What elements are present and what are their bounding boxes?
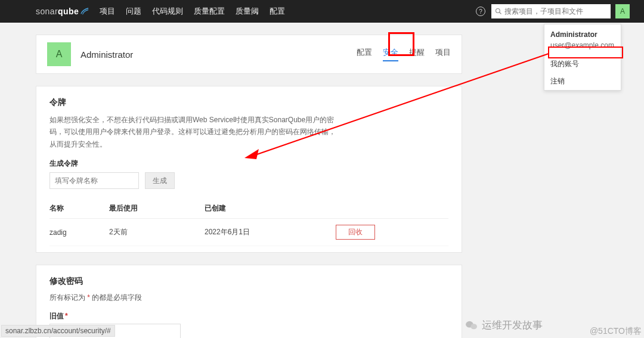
tokens-desc: 如果想强化安全，不想在执行代码扫描或调用Web Service时使用真实Sona… <box>49 114 336 150</box>
tab-projects[interactable]: 项目 <box>435 47 451 61</box>
search-input[interactable] <box>504 7 607 15</box>
user-avatar[interactable]: A <box>615 4 630 18</box>
search-box[interactable] <box>491 4 611 18</box>
user-menu: Administrator user@example.com 我的账号 注销 <box>544 24 621 91</box>
token-name: zadig <box>49 219 109 246</box>
required-note: 所有标记为 * 的都是必填字段 <box>49 293 448 303</box>
account-tabs: 配置 安全 提醒 项目 <box>357 47 451 61</box>
tab-profile[interactable]: 配置 <box>357 47 372 61</box>
nav-projects[interactable]: 项目 <box>100 6 115 17</box>
revoke-button[interactable]: 回收 <box>336 225 375 240</box>
token-name-input[interactable] <box>49 172 139 189</box>
watermark-51cto: @51CTO博客 <box>590 326 642 337</box>
profile-header: A Administrator 配置 安全 提醒 项目 <box>36 35 462 74</box>
tab-notifications[interactable]: 提醒 <box>409 47 425 61</box>
top-nav: 项目 问题 代码规则 质量配置 质量阈 配置 <box>100 6 285 17</box>
menu-my-account[interactable]: 我的账号 <box>544 55 621 73</box>
user-menu-name: Administrator <box>550 29 615 40</box>
col-name: 名称 <box>49 199 109 219</box>
svg-point-0 <box>496 9 500 13</box>
help-icon[interactable]: ? <box>476 7 485 16</box>
top-bar: sonarqube 项目 问题 代码规则 质量配置 质量阈 配置 ? A <box>0 0 644 23</box>
generate-button[interactable]: 生成 <box>145 172 175 189</box>
token-created: 2022年6月1日 <box>205 219 336 246</box>
old-password-label: 旧值* <box>49 312 68 320</box>
svg-line-1 <box>500 13 501 14</box>
status-bar-url: sonar.zlbzb.cn/account/security/# <box>1 325 115 337</box>
menu-logout[interactable]: 注销 <box>544 73 621 90</box>
tokens-card: 令牌 如果想强化安全，不想在执行代码扫描或调用Web Service时使用真实S… <box>36 86 462 253</box>
nav-quality-profiles[interactable]: 质量配置 <box>194 6 225 17</box>
col-last-used: 最后使用 <box>109 199 205 219</box>
table-row: zadig 2天前 2022年6月1日 回收 <box>49 219 448 246</box>
watermark-wechat: 运维开发故事 <box>465 318 543 332</box>
profile-avatar: A <box>47 42 71 66</box>
nav-rules[interactable]: 代码规则 <box>152 6 183 17</box>
svg-point-5 <box>470 324 477 329</box>
tab-security[interactable]: 安全 <box>383 47 398 61</box>
nav-quality-gates[interactable]: 质量阈 <box>236 6 259 17</box>
wechat-icon <box>465 320 478 331</box>
brand-name: sonarqube <box>36 7 79 16</box>
generate-token-label: 生成令牌 <box>49 159 448 169</box>
token-last-used: 2天前 <box>109 219 205 246</box>
nav-admin[interactable]: 配置 <box>270 6 285 17</box>
brand-swoosh-icon <box>80 7 89 15</box>
tokens-table: 名称 最后使用 已创建 zadig 2天前 2022年6月1日 回收 <box>49 199 448 246</box>
tokens-title: 令牌 <box>49 97 448 108</box>
password-title: 修改密码 <box>49 276 448 287</box>
brand[interactable]: sonarqube <box>36 7 89 16</box>
profile-name: Administrator <box>80 49 133 60</box>
nav-issues[interactable]: 问题 <box>126 6 141 17</box>
user-menu-email: user@example.com <box>550 40 615 51</box>
search-icon <box>495 8 502 15</box>
col-created: 已创建 <box>205 199 336 219</box>
